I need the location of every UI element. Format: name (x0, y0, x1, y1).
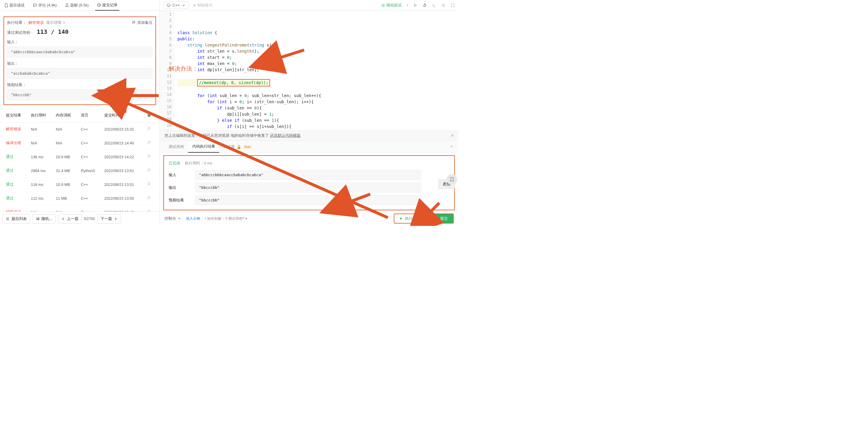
expected-label: 预期结果： (7, 82, 153, 88)
language-select[interactable]: C++ (163, 1, 189, 9)
restore-default-link[interactable]: 还原默认代码模版 (270, 133, 301, 138)
collapse-panel-button[interactable] (450, 144, 454, 149)
console-toggle[interactable]: 控制台 (164, 216, 181, 221)
submissions-table: 提交结果 执行用时 内存消耗 语言 提交时间 备 解答错误N/AN/AC++20… (3, 109, 156, 211)
code-editor[interactable]: 1234567891011121314151617181920 解决办法： cl… (160, 10, 458, 130)
reset-button[interactable] (423, 3, 427, 7)
language-label: C++ (173, 3, 180, 7)
table-row[interactable]: 编译出错N/AN/AC++2022/09/23 14:40 (3, 136, 156, 150)
table-header-row: 提交结果 执行用时 内存消耗 语言 提交时间 备 (3, 109, 156, 122)
tab-comments[interactable]: 评论 (4.9k) (31, 0, 59, 10)
restore-banner: 您上次编辑到这里，代码已从您浏览器 地的临时存储中恢复了 还原默认代码模版 × (160, 130, 458, 141)
next-button[interactable]: 下一题 (97, 214, 121, 224)
fill-example-link[interactable]: 填入示例 (186, 216, 200, 221)
code-content[interactable]: 解决办法： class Solution {public: string lon… (175, 10, 458, 130)
problem-list-button[interactable]: 题目列表 (2, 214, 30, 224)
lock-icon: 🔒 (237, 145, 241, 149)
table-row[interactable]: 通过2964 ms31.4 MBPython32022/09/23 13:51 (3, 164, 156, 178)
submissions-table-wrap[interactable]: 提交结果 执行用时 内存消耗 语言 提交时间 备 解答错误N/AN/AC++20… (0, 109, 160, 211)
terminal-button[interactable] (432, 3, 436, 7)
result-status: 解答错误 (29, 20, 44, 25)
chevron-right-icon (62, 21, 66, 25)
run-time-text: 执行用时：0 ms (185, 160, 212, 166)
run-code-label: 执行代码 (405, 216, 420, 221)
add-note-text: 添加备注 (137, 20, 153, 25)
run-output-value[interactable]: "bbcccbb" (195, 183, 422, 193)
bookmark-fab[interactable] (446, 174, 457, 185)
gear-icon (441, 3, 445, 7)
smart-mode-indicator[interactable]: 智能模式 (194, 3, 212, 8)
chevron-right-icon (114, 217, 118, 221)
add-note-link[interactable]: 添加备注 (132, 20, 153, 25)
howto-link[interactable]: • 如何创建一个测试用例? ▾ (205, 216, 247, 221)
prev-button[interactable]: 上一题 (58, 214, 82, 224)
settings-button[interactable] (441, 3, 445, 7)
banner-text: 您上次编辑到这里，代码已从您浏览器 地的临时存储中恢复了 (164, 133, 269, 138)
table-row[interactable]: 解答错误N/AN/AC++2022/09/23 15:32 (3, 122, 156, 136)
result-card: 执行结果： 解答错误 显示详情 添加备注 通过测试用例： 113 / 140 输… (3, 17, 156, 105)
table-row[interactable]: 通过116 ms10.9 MBC++2022/09/23 13:51 (3, 178, 156, 192)
mock-interview-link[interactable]: 模拟面试 (381, 3, 402, 8)
run-code-button[interactable]: 执行代码 (394, 213, 431, 224)
lower-tabs: 测试用例 代码执行结果 调试器 🔒 Beta (160, 141, 458, 153)
col-time: 执行用时 (29, 109, 54, 122)
table-row[interactable]: 通过112 ms11 MBC++2022/09/23 13:50 (3, 192, 156, 205)
play-icon (399, 216, 403, 221)
run-icon-button[interactable] (413, 3, 417, 7)
smart-mode-label: 智能模式 (197, 3, 212, 8)
result-label: 执行结果： (7, 20, 26, 25)
tab-description[interactable]: 题目描述 (2, 0, 26, 10)
mock-interview-label: 模拟面试 (386, 3, 402, 8)
editor-toolbar: C++ 智能模式 模拟面试 i (160, 0, 458, 10)
tab-description-label: 题目描述 (9, 3, 25, 8)
col-mem: 内存消耗 (54, 109, 79, 122)
fullscreen-icon (451, 3, 455, 7)
tab-comments-label: 评论 (4.9k) (38, 3, 57, 8)
next-label: 下一题 (100, 216, 112, 222)
tab-testcase[interactable]: 测试用例 (164, 141, 188, 152)
shuffle-icon (36, 217, 40, 221)
tab-submissions[interactable]: 提交记录 (95, 0, 119, 10)
console-label: 控制台 (164, 216, 176, 221)
pager-text: 5/2783 (84, 217, 95, 221)
tab-submissions-label: 提交记录 (102, 2, 118, 8)
info-icon (166, 3, 171, 7)
submit-label: 提交 (440, 216, 448, 221)
tab-runresult[interactable]: 代码执行结果 (188, 141, 219, 153)
info-button[interactable]: i (407, 3, 408, 7)
run-expected-label: 预期结果 (169, 198, 189, 203)
run-input-value[interactable]: "abbcccbbbcaaccbababcbcabca" (195, 170, 422, 180)
chevron-down-icon (182, 3, 186, 7)
chevron-left-icon (61, 217, 65, 221)
output-value[interactable]: "accbababcbcabca" (7, 68, 153, 79)
fullscreen-button[interactable] (451, 3, 455, 7)
submit-button[interactable]: 提交 (434, 213, 454, 224)
random-label: 随机... (41, 216, 52, 222)
left-panel: 题目描述 评论 (4.9k) 题解 (6.5k) 提交记录 执行结果： 解答错误… (0, 0, 160, 226)
tab-debugger[interactable]: 调试器 🔒 Beta (219, 141, 256, 152)
comment-icon (33, 3, 37, 7)
history-icon (97, 3, 101, 7)
show-detail-link[interactable]: 显示详情 (46, 20, 66, 25)
input-value[interactable]: "abbcccbbbcaaccbababcbcabca" (7, 47, 153, 57)
alarm-icon (381, 3, 385, 7)
chevron-up-icon (177, 216, 181, 221)
random-button[interactable]: 随机... (32, 214, 56, 224)
chevron-down-icon (422, 216, 426, 221)
problem-list-label: 题目列表 (11, 216, 27, 222)
solve-hint-annotation: 解决办法： (169, 66, 198, 72)
terminal-icon (432, 3, 436, 7)
tab-solutions[interactable]: 题解 (6.5k) (63, 0, 91, 10)
tab-debugger-label: 调试器 (223, 144, 235, 149)
table-row[interactable]: 解答错误N/AN/AC++2022/09/23 13:48 (3, 205, 156, 212)
expected-value[interactable]: "bbcccbb" (7, 89, 153, 100)
table-row[interactable]: 通过136 ms10.9 MBC++2022/09/23 14:22 (3, 150, 156, 164)
run-input-label: 输入 (169, 172, 189, 178)
run-expected-value[interactable]: "bbcccbb" (195, 195, 422, 205)
pass-cases-label: 通过测试用例： (7, 30, 34, 35)
close-banner-button[interactable]: × (451, 133, 454, 138)
reset-icon (423, 3, 427, 7)
col-date: 提交时间 (102, 109, 145, 122)
chevron-down-icon (450, 144, 454, 149)
document-icon (4, 3, 8, 7)
